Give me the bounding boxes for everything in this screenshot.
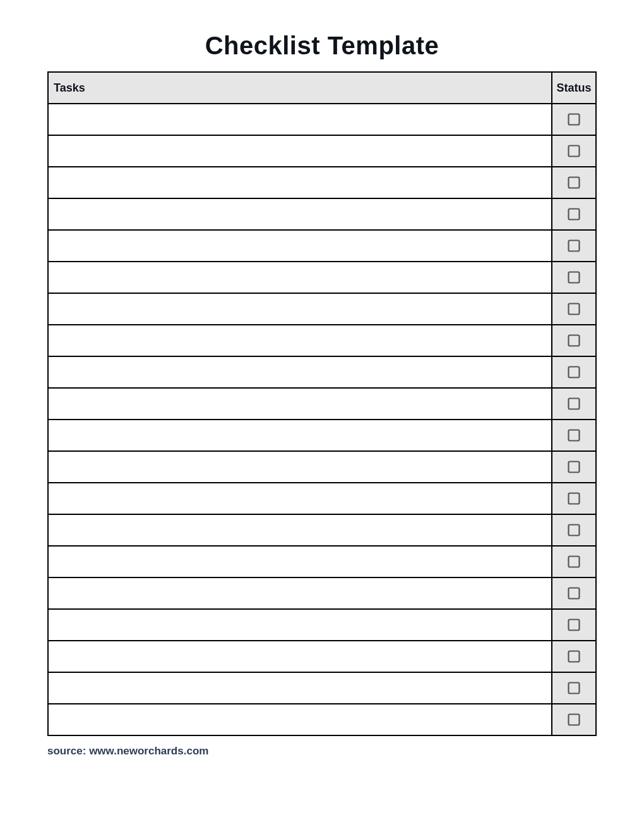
- task-cell[interactable]: [48, 198, 552, 230]
- table-header-row: Tasks Status: [48, 72, 596, 104]
- checkbox-icon[interactable]: [568, 271, 580, 284]
- checkbox-icon[interactable]: [568, 492, 580, 505]
- checkbox-icon[interactable]: [568, 682, 580, 694]
- column-header-status: Status: [552, 72, 596, 104]
- status-cell: [552, 167, 596, 198]
- svg-rect-16: [569, 620, 580, 631]
- table-row: [48, 230, 596, 262]
- page-title: Checklist Template: [47, 32, 597, 60]
- status-cell: [552, 293, 596, 325]
- status-cell: [552, 104, 596, 135]
- task-cell[interactable]: [48, 356, 552, 388]
- status-cell: [552, 230, 596, 262]
- checkbox-icon[interactable]: [568, 397, 580, 410]
- status-cell: [552, 325, 596, 356]
- status-cell: [552, 356, 596, 388]
- checkbox-icon[interactable]: [568, 713, 580, 726]
- table-row: [48, 104, 596, 135]
- svg-rect-0: [569, 114, 580, 125]
- task-cell[interactable]: [48, 546, 552, 577]
- svg-rect-14: [569, 557, 580, 567]
- task-cell[interactable]: [48, 262, 552, 293]
- table-row: [48, 546, 596, 577]
- checkbox-icon[interactable]: [568, 366, 580, 378]
- task-cell[interactable]: [48, 135, 552, 167]
- task-cell[interactable]: [48, 483, 552, 514]
- table-row: [48, 577, 596, 609]
- table-row: [48, 167, 596, 198]
- table-row: [48, 135, 596, 167]
- svg-rect-11: [569, 462, 580, 473]
- table-row: [48, 388, 596, 420]
- status-cell: [552, 420, 596, 451]
- task-cell[interactable]: [48, 325, 552, 356]
- table-row: [48, 325, 596, 356]
- checkbox-icon[interactable]: [568, 587, 580, 600]
- table-row: [48, 451, 596, 483]
- svg-rect-12: [569, 493, 580, 504]
- checkbox-icon[interactable]: [568, 461, 580, 473]
- table-row: [48, 262, 596, 293]
- table-row: [48, 514, 596, 546]
- svg-rect-8: [569, 367, 580, 378]
- task-cell[interactable]: [48, 293, 552, 325]
- checkbox-icon[interactable]: [568, 555, 580, 568]
- status-cell: [552, 514, 596, 546]
- svg-rect-15: [569, 588, 580, 599]
- checkbox-icon[interactable]: [568, 619, 580, 631]
- checkbox-icon[interactable]: [568, 176, 580, 189]
- checkbox-icon[interactable]: [568, 524, 580, 536]
- status-cell: [552, 198, 596, 230]
- status-cell: [552, 641, 596, 672]
- status-cell: [552, 546, 596, 577]
- task-cell[interactable]: [48, 451, 552, 483]
- svg-rect-2: [569, 178, 580, 188]
- checkbox-icon[interactable]: [568, 145, 580, 157]
- table-row: [48, 483, 596, 514]
- task-cell[interactable]: [48, 230, 552, 262]
- status-cell: [552, 135, 596, 167]
- table-row: [48, 356, 596, 388]
- checklist-table: Tasks Status: [47, 71, 597, 736]
- column-header-tasks: Tasks: [48, 72, 552, 104]
- status-cell: [552, 388, 596, 420]
- svg-rect-9: [569, 399, 580, 409]
- svg-rect-13: [569, 525, 580, 536]
- table-row: [48, 293, 596, 325]
- task-cell[interactable]: [48, 577, 552, 609]
- svg-rect-19: [569, 715, 580, 725]
- svg-rect-5: [569, 272, 580, 283]
- checkbox-icon[interactable]: [568, 429, 580, 442]
- table-row: [48, 704, 596, 735]
- checkbox-icon[interactable]: [568, 239, 580, 252]
- svg-rect-18: [569, 683, 580, 694]
- source-credit: source: www.neworchards.com: [47, 745, 597, 758]
- status-cell: [552, 577, 596, 609]
- svg-rect-6: [569, 304, 580, 315]
- task-cell[interactable]: [48, 167, 552, 198]
- task-cell[interactable]: [48, 641, 552, 672]
- svg-rect-4: [569, 241, 580, 251]
- checkbox-icon[interactable]: [568, 334, 580, 347]
- checkbox-icon[interactable]: [568, 650, 580, 663]
- status-cell: [552, 262, 596, 293]
- svg-rect-17: [569, 651, 580, 662]
- task-cell[interactable]: [48, 514, 552, 546]
- svg-rect-3: [569, 209, 580, 220]
- svg-rect-1: [569, 146, 580, 157]
- task-cell[interactable]: [48, 704, 552, 735]
- status-cell: [552, 704, 596, 735]
- table-row: [48, 672, 596, 704]
- task-cell[interactable]: [48, 104, 552, 135]
- task-cell[interactable]: [48, 388, 552, 420]
- task-cell[interactable]: [48, 609, 552, 641]
- status-cell: [552, 672, 596, 704]
- status-cell: [552, 451, 596, 483]
- checkbox-icon[interactable]: [568, 208, 580, 221]
- table-row: [48, 609, 596, 641]
- checkbox-icon[interactable]: [568, 303, 580, 315]
- checkbox-icon[interactable]: [568, 113, 580, 126]
- task-cell[interactable]: [48, 672, 552, 704]
- svg-rect-7: [569, 335, 580, 346]
- task-cell[interactable]: [48, 420, 552, 451]
